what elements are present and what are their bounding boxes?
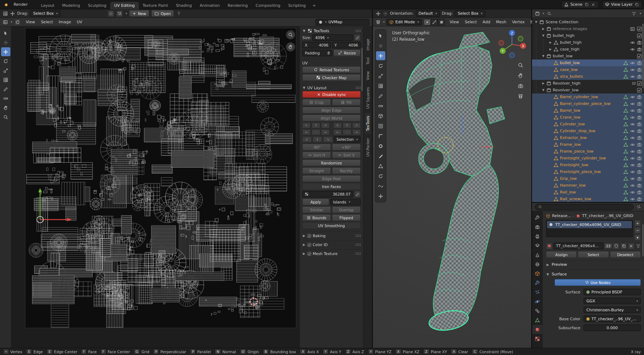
vp-menu-mesh[interactable]: Mesh [493,19,509,25]
poly-build-tool[interactable] [376,162,385,171]
properties-options-icon[interactable] [636,204,641,210]
cam-toggle-icon[interactable] [637,122,642,127]
edge-select-button[interactable] [431,19,438,25]
eye-toggle-icon[interactable] [630,183,635,188]
move-tool[interactable] [1,47,10,56]
panel-grip-icon[interactable] [355,252,361,255]
cam-toggle-icon[interactable] [637,142,642,147]
cam-toggle-icon[interactable] [637,135,642,140]
proportional-editing-icon[interactable] [108,10,114,17]
eye-toggle-icon[interactable] [630,40,635,45]
eye-toggle-icon[interactable] [630,135,635,140]
align-arrow-button[interactable]: ← [302,129,311,135]
randomize-button[interactable]: Randomize [302,159,361,166]
remove-slot-button[interactable]: − [634,227,641,234]
eye-toggle-icon[interactable] [630,115,635,120]
unlink-material-button[interactable] [628,243,634,249]
new-image-button[interactable]: +New [129,10,149,17]
material-slot-item[interactable]: TT_checker_4096x4096_UV_GRID [547,221,632,228]
uv-move-gizmo[interactable] [30,186,75,228]
align-arrow-button[interactable]: ↗ [352,123,361,128]
breadcrumb-object[interactable]: Release... [552,214,571,218]
browse-material-button[interactable] [546,243,552,249]
outliner-scrollbar[interactable] [642,24,644,88]
cam-toggle-icon[interactable] [637,108,642,113]
vp-camera-widget[interactable] [518,83,523,89]
tri-toggle-icon[interactable] [623,149,628,154]
vp-pan-widget[interactable] [518,73,523,78]
outliner-row-extractor-low[interactable]: Extractor_low [532,134,644,141]
texel-mode-select[interactable]: Islands▾ [330,199,361,205]
tri-toggle-icon[interactable] [623,142,628,147]
render-properties-tab[interactable] [532,222,542,231]
cam-toggle-icon[interactable] [637,169,642,174]
tri-toggle-icon[interactable] [623,115,628,120]
size-x-field[interactable]: X4096 [302,42,331,48]
move-tool[interactable] [376,51,385,60]
select-overlap-button[interactable]: Overlap [332,206,361,213]
expand-arrow-icon[interactable]: ▼ [541,34,546,37]
navigation-gizmo[interactable]: Z X Y [497,29,527,59]
check-toggle-icon[interactable] [637,88,642,93]
align-edge-button[interactable]: Align Edge [302,107,361,114]
outliner-row-bullet-low[interactable]: bullet_low [532,59,644,66]
align-arrow-button[interactable]: ↑ [312,123,320,128]
orientation-select[interactable]: Default▾ [416,10,440,17]
tri-toggle-icon[interactable] [623,129,628,134]
expand-arrow-icon[interactable]: ▼ [541,54,546,58]
workspace-tab-modeling[interactable]: Modeling [58,2,84,9]
face-select-button[interactable] [438,19,445,25]
vp-menu-view[interactable]: View [447,19,462,25]
outliner-row-crane-low[interactable]: Crane_low [532,114,644,121]
outliner-row-frontsight-cylinder-low[interactable]: Frontsight_cylinder_low [532,155,644,162]
scene-selector[interactable]: Scene [561,1,599,8]
outliner-row-case-low[interactable]: case_low [532,66,644,73]
outliner-type-icon[interactable] [535,11,540,16]
cam-toggle-icon[interactable] [637,129,642,134]
texel-density-field[interactable]: 36288.07 [302,191,353,197]
outliner-row-barrel-low[interactable]: Barrel_low [532,107,644,114]
align-arrow-button[interactable]: · [312,129,320,135]
loop-cut-tool[interactable] [376,141,385,150]
view-layer-selector[interactable]: View Layer [602,1,642,8]
extrude-tool[interactable] [376,111,385,120]
panel-grip-icon[interactable] [355,243,361,246]
assign-button[interactable]: Assign [546,251,577,258]
eye-toggle-icon[interactable] [630,149,635,154]
rotate-minus-90-button[interactable]: -90° [302,144,331,150]
eye-toggle-icon[interactable] [630,169,635,174]
check-toggle-icon[interactable] [637,54,642,59]
subsurface-slider[interactable]: 0.000 [584,325,641,331]
cam-toggle-icon[interactable] [637,197,642,202]
outliner-row-barrel-cylinder-piece-low[interactable]: Barrel_cylinder_piece_low [532,100,644,107]
outliner-row-frontsight-low[interactable]: Frontsight_low [532,162,644,168]
cam-toggle-icon[interactable] [637,61,642,66]
uv-canvas-area[interactable] [11,27,299,348]
knife-tool[interactable] [376,152,385,160]
tool-properties-tab[interactable] [532,213,542,222]
grab-tool[interactable] [1,103,10,112]
tri-toggle-icon[interactable] [623,176,628,181]
cam-toggle-icon[interactable] [637,149,642,154]
expand-arrow-icon[interactable]: ▼ [534,20,538,24]
cam-toggle-icon[interactable] [637,163,642,168]
vp-menu-select[interactable]: Select [462,19,480,25]
checker-map-button[interactable]: Checker Map [302,74,361,81]
size-edit-button[interactable] [354,34,361,41]
duplicate-material-button[interactable] [620,243,627,249]
workspace-tab-shading[interactable]: Shading [172,2,196,9]
zoom-tool[interactable] [1,112,10,121]
world-properties-tab[interactable] [532,260,542,269]
tri-toggle-icon[interactable] [623,156,628,161]
align-arrow-button[interactable]: ↓ [313,136,322,142]
material-name-field[interactable]: TT_checker_4096x4... [553,243,604,249]
outliner-row-frontsight-piece-low[interactable]: Frontsight_piece_low [532,168,644,175]
expand-arrow-icon[interactable]: ▶ [541,27,546,30]
cam-toggle-icon[interactable] [637,115,642,120]
workspace-tab-uv-editing[interactable]: UV Editing [110,2,138,9]
cam-toggle-icon[interactable] [637,101,642,106]
vp-menu-vertex[interactable]: Vertex [509,19,527,25]
scene-properties-tab[interactable] [532,250,542,259]
uv-pan-widget[interactable] [286,42,295,52]
tri-toggle-icon[interactable] [623,197,628,202]
